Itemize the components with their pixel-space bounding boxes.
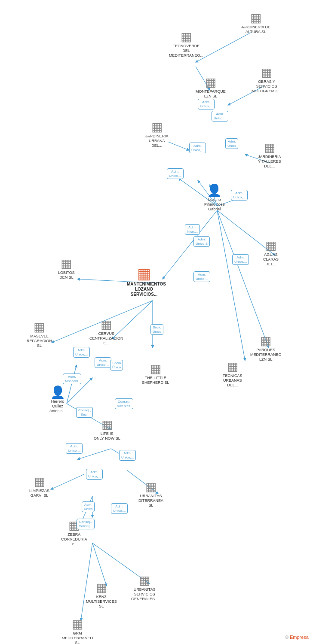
node-label: CERVUSCENTRALIZACIONE... [89, 331, 123, 345]
svg-line-22 [51, 474, 84, 489]
node-kenz[interactable]: ▦ KENZMULTISERVICESSL [86, 582, 117, 608]
node-little-shepherd[interactable]: ▦ THE LITTLESHEPHERD SL [142, 363, 169, 385]
node-label: OBRAS YSERVICIOSMULTIGREMIO... [252, 79, 282, 93]
node-label: THE LITTLESHEPHERD SL [142, 376, 169, 385]
node-tecnoverde[interactable]: ▦ TECNOVERDEDELMEDITERRANEO... [169, 31, 203, 58]
node-label: TECNOVERDEDELMEDITERRANEO... [169, 44, 203, 58]
building-icon: ▦ [101, 319, 112, 331]
building-icon: ▦ [181, 31, 192, 43]
node-label: URBANITASDITERRANEASL [138, 494, 163, 507]
badge-adm-13[interactable]: Adm.Unico,... [86, 469, 103, 480]
badge-adm-12[interactable]: Adm.Unico,... [119, 450, 136, 461]
node-label: LIMPIEZASGARVI SL [29, 489, 49, 498]
node-label: MANTENIMIENTOSLOZANOSERVICIOS... [127, 282, 161, 297]
node-label: GRMMEDITERRANEO SL [60, 631, 95, 644]
node-limpiezas-garvi[interactable]: ▦ LIMPIEZASGARVI SL [29, 476, 49, 498]
node-lozano[interactable]: 👤 LozanoPiñero JoseGabriel [204, 185, 225, 211]
node-parques-med[interactable]: ▦ PARQUESMEDITERRANEOLZN SL [250, 335, 282, 361]
badge-adm-6[interactable]: Adm.Unico,... [231, 190, 248, 200]
building-icon: ▦ [72, 618, 83, 630]
badge-consej-secr[interactable]: Consej.,Secr. [76, 407, 93, 418]
node-jardineria-talleres[interactable]: ▦ JARDINERIAY TALLERESDEL... [258, 142, 281, 168]
badge-adm-4[interactable]: Adm.Unico [225, 138, 238, 149]
badge-adm-nico[interactable]: Adm.Nico,... [185, 224, 200, 235]
building-icon: ▦ [264, 142, 275, 154]
badge-adm-1[interactable]: Adm.Unico,... [198, 99, 215, 109]
badge-adm-8[interactable]: Adm.Unico,... [193, 271, 210, 282]
building-icon: ▦ [34, 321, 45, 333]
building-icon: ▦ [145, 481, 156, 493]
badge-adm-11[interactable]: Adm.Unico,... [66, 443, 83, 454]
node-label: JARDINERIA DE ALTURA SL [239, 25, 273, 34]
badge-socio-2[interactable]: SocioÚnico [110, 360, 123, 371]
node-label: TECNICASURBANASDEL... [223, 374, 242, 387]
node-jardineria-urbana[interactable]: ▦ JARDINERIAURBANADEL... [145, 121, 169, 148]
badge-adm-7[interactable]: Adm.Unico,... [232, 254, 249, 265]
node-life-is-only-now[interactable]: ▦ LIFE ISONLY NOW SL [94, 419, 120, 441]
badge-adm-2[interactable]: Adm.Unico,... [212, 111, 228, 122]
badge-adm-14[interactable]: Adm.Unico [82, 501, 95, 512]
node-label: KENZMULTISERVICESSL [86, 595, 117, 608]
node-urbanitas-sg[interactable]: ▦ URBANITASSERVICIOSGENERALES... [131, 574, 158, 601]
node-label: URBANITASSERVICIOSGENERALES... [131, 587, 158, 601]
diagram-canvas: ▦ JARDINERIA DE ALTURA SL ▦ TECNOVERDEDE… [0, 0, 313, 644]
node-mantenimientos[interactable]: ▦ MANTENIMIENTOSLOZANOSERVICIOS... [127, 266, 161, 297]
watermark: © Empresa [285, 635, 309, 640]
svg-line-16 [217, 210, 245, 361]
svg-line-26 [92, 543, 107, 586]
building-icon: ▦ [150, 363, 161, 375]
node-tecnicas-urbanas[interactable]: ▦ TECNICASURBANASDEL... [223, 361, 242, 387]
badge-adm-15[interactable]: Adm.Unico,... [111, 503, 128, 514]
svg-line-0 [196, 32, 252, 62]
building-icon: ▦ [265, 240, 276, 252]
node-label: AGUASCLARASDEL... [263, 252, 279, 266]
node-label: ZEBRACORREDURIAY... [61, 532, 87, 546]
badge-adm-9[interactable]: Adm.Unico,... [73, 347, 90, 358]
node-cervus[interactable]: ▦ CERVUSCENTRALIZACIONE... [89, 319, 123, 345]
badge-adm-mancom[interactable]: Adm.Mancom. [63, 374, 81, 384]
node-lobitos[interactable]: ▦ LOBITOSDEN SL [58, 258, 75, 280]
building-icon: ▦ [151, 121, 163, 133]
badge-socio-1[interactable]: SocioÚnico [150, 324, 163, 335]
building-icon: ▦ [139, 574, 150, 586]
svg-line-15 [217, 210, 269, 348]
badge-adm-unico-s[interactable]: Adm.Unico S [193, 236, 210, 247]
building-icon: ▦ [34, 476, 45, 488]
building-icon: ▦ [260, 335, 271, 347]
watermark-brand: Empresa [290, 635, 309, 640]
node-label: MONTEPARQUELZN SL [196, 89, 226, 99]
node-label: PARQUESMEDITERRANEOLZN SL [250, 348, 282, 361]
building-icon: ▦ [261, 67, 272, 79]
building-icon: ▦ [61, 258, 72, 270]
node-masevel[interactable]: ▦ MASEVELREPARACIONSL [27, 321, 52, 348]
building-icon: ▦ [250, 12, 261, 24]
node-label: JARDINERIAURBANADEL... [145, 134, 169, 148]
badge-consej-consej[interactable]: Consej.,Consej... [77, 519, 95, 529]
node-label: LIFE ISONLY NOW SL [94, 431, 120, 441]
badge-adm-3[interactable]: Adm.Unico,... [189, 143, 206, 153]
svg-line-3 [168, 142, 189, 150]
person-icon: 👤 [50, 386, 65, 398]
badge-consej-vicepres[interactable]: Consej.,Vicepres. [115, 398, 133, 409]
node-label: MASEVELREPARACIONSL [27, 334, 52, 348]
node-grm[interactable]: ▦ GRMMEDITERRANEO SL [60, 618, 95, 644]
node-obras-servicios[interactable]: ▦ OBRAS YSERVICIOSMULTIGREMIO... [252, 67, 282, 93]
badge-adm-5[interactable]: Adm.Unico,... [167, 168, 184, 179]
node-jardineria-altura[interactable]: ▦ JARDINERIA DE ALTURA SL [239, 12, 273, 34]
node-label: JARDINERIAY TALLERESDEL... [258, 155, 281, 168]
node-label: LozanoPiñero JoseGabriel [204, 197, 225, 211]
node-urbanitas-dit[interactable]: ▦ URBANITASDITERRANEASL [138, 481, 163, 507]
building-icon: ▦ [101, 419, 113, 431]
node-aguas-claras[interactable]: ▦ AGUASCLARASDEL... [263, 240, 279, 266]
badge-adm-10[interactable]: Adm.Unico,... [95, 357, 111, 368]
node-label: HerreroQuilezAntonio... [49, 399, 66, 413]
building-icon: ▦ [96, 582, 107, 594]
node-herrero[interactable]: 👤 HerreroQuilezAntonio... [49, 386, 66, 413]
building-icon-main: ▦ [137, 266, 151, 281]
node-label: LOBITOSDEN SL [58, 270, 75, 280]
node-monteparque[interactable]: ▦ MONTEPARQUELZN SL [196, 76, 226, 99]
building-icon: ▦ [205, 76, 216, 88]
building-icon: ▦ [227, 361, 238, 373]
person-icon: 👤 [207, 185, 222, 197]
